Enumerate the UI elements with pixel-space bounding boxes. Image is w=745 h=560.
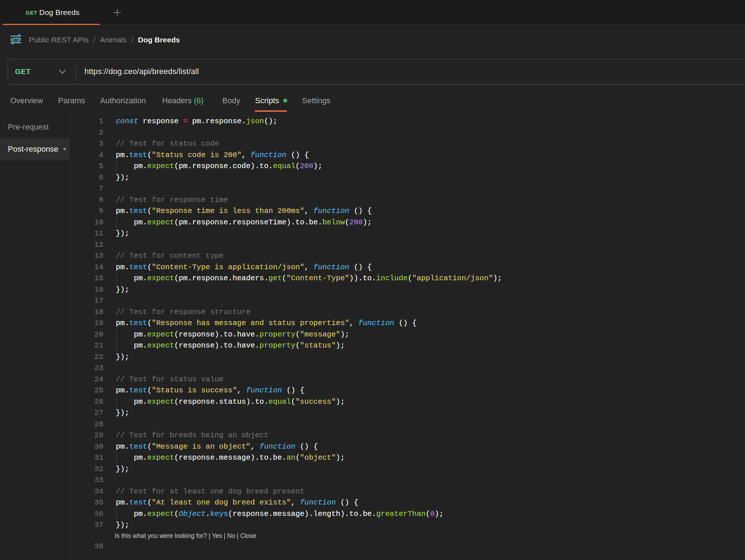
svg-text:HTTP: HTTP (11, 37, 21, 43)
